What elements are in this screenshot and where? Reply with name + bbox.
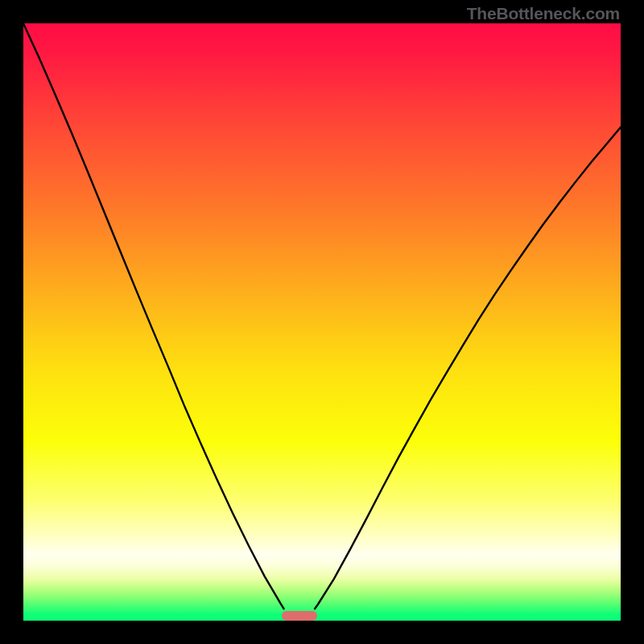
curve-layer <box>23 23 621 621</box>
plot-area <box>23 23 621 621</box>
right-curve <box>315 127 621 609</box>
left-curve <box>23 23 284 609</box>
watermark-text: TheBottleneck.com <box>467 4 620 23</box>
chart-frame: TheBottleneck.com <box>0 0 644 644</box>
bottleneck-marker <box>282 611 317 621</box>
